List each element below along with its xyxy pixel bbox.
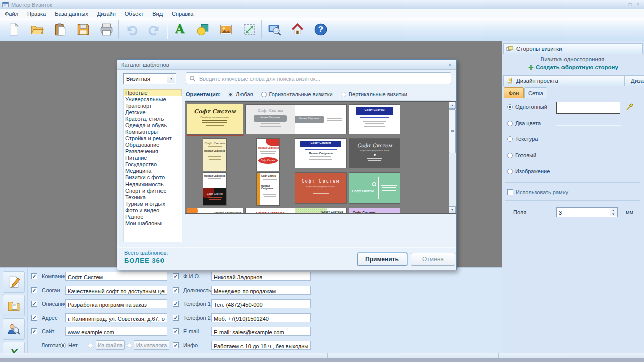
use-frame-checkbox[interactable]: Использовать рамку	[507, 189, 568, 195]
resize-button[interactable]	[237, 19, 261, 40]
checkbox-checked[interactable]: ✓	[173, 287, 179, 293]
spinner-up-icon[interactable]: ▲	[610, 208, 617, 212]
cancel-button[interactable]: Отмена	[411, 253, 455, 266]
maximize-button[interactable]: □	[626, 1, 634, 8]
template-card[interactable]: Софт Систем Михаил Сафронов	[246, 105, 295, 134]
template-card[interactable]: Софт Системс Николай Александров	[295, 208, 346, 214]
menu-edit[interactable]: Правка	[23, 11, 50, 17]
home-button[interactable]	[286, 19, 309, 40]
bg-option-two-colors[interactable]: Два цвета	[507, 120, 541, 126]
edit-card-button[interactable]	[3, 271, 25, 293]
category-item[interactable]: Компьютеры	[124, 129, 182, 135]
margins-spinner[interactable]: ▲ ▼	[556, 207, 618, 217]
open-button[interactable]	[25, 19, 48, 40]
logo-file-radio[interactable]	[88, 340, 96, 350]
checkbox-checked[interactable]: ✓	[173, 301, 179, 307]
scrollbar-thumb[interactable]	[449, 109, 456, 153]
print-button[interactable]	[95, 19, 118, 40]
checkbox-checked[interactable]: ✓	[31, 315, 37, 321]
insert-text-button[interactable]: A	[168, 19, 191, 40]
apply-button[interactable]: Применить	[357, 253, 407, 266]
checkbox-checked[interactable]: ✓	[31, 273, 37, 279]
checkbox-checked[interactable]: ✓	[173, 328, 179, 334]
template-card[interactable]: Софт Системс	[246, 208, 295, 214]
category-item[interactable]: Стройка и ремонт	[124, 135, 182, 142]
bg-option-solid[interactable]: Однотонный	[507, 104, 547, 110]
category-item[interactable]: Мои шаблоны	[124, 220, 182, 227]
website-input[interactable]	[65, 327, 167, 336]
logo-from-file-button[interactable]: Из файла	[96, 340, 125, 350]
category-item[interactable]: Развлечения	[124, 148, 182, 155]
menu-object[interactable]: Объект	[120, 11, 148, 17]
category-item[interactable]: Спорт и фитнес	[124, 188, 182, 194]
category-item[interactable]: Транспорт	[124, 103, 182, 109]
category-item[interactable]: Техника	[124, 194, 182, 201]
search-input[interactable]	[198, 74, 447, 84]
templates-folder-button[interactable]	[3, 295, 25, 316]
tab-background[interactable]: Фон	[504, 87, 524, 98]
description-input[interactable]	[65, 299, 167, 308]
template-card[interactable]: Софт Систем Михаил Сафронов	[295, 139, 346, 168]
menu-file[interactable]: Файл	[0, 11, 23, 17]
paste-button[interactable]	[48, 19, 71, 40]
new-document-button[interactable]	[2, 19, 25, 40]
spinner-down-icon[interactable]: ▼	[610, 212, 617, 216]
margins-input[interactable]	[558, 208, 608, 217]
checkbox-checked[interactable]: ✓	[31, 301, 37, 307]
category-item[interactable]: Фото и видео	[124, 207, 182, 214]
tab-grid[interactable]: Сетка	[524, 87, 547, 98]
create-back-side-link[interactable]: Создать оборотную сторону	[502, 64, 644, 70]
menu-database[interactable]: База данных	[50, 11, 93, 17]
template-card[interactable]: Софт Систем Разработка программ на заказ	[295, 173, 346, 203]
checkbox-checked[interactable]: ✓	[31, 287, 37, 293]
color-swatch[interactable]	[556, 102, 620, 114]
category-item[interactable]: Туризм и отдых	[124, 201, 182, 207]
undo-button[interactable]	[120, 19, 143, 40]
template-card[interactable]: Софт Систем	[349, 105, 400, 134]
template-type-dropdown[interactable]: Визитная ▼	[123, 73, 176, 84]
template-card[interactable]: Михаил Сафронов	[295, 105, 346, 134]
template-search[interactable]	[186, 72, 451, 84]
category-item[interactable]: Красота, стиль	[124, 116, 182, 122]
address-input[interactable]	[65, 313, 167, 322]
fullname-input[interactable]	[211, 272, 311, 281]
close-button[interactable]: ×	[634, 1, 642, 8]
category-item[interactable]: Детские	[124, 109, 182, 116]
contacts-search-button[interactable]	[3, 318, 25, 340]
category-item[interactable]: Медицина	[124, 168, 182, 174]
scroll-up-icon[interactable]: ▲	[449, 102, 456, 109]
eyedropper-icon[interactable]	[626, 103, 634, 111]
bg-option-image[interactable]: Изображение	[507, 168, 550, 174]
category-item[interactable]: Питание	[124, 155, 182, 161]
template-card[interactable]: Софт Систем Михаил Сафронов	[203, 139, 226, 171]
template-card[interactable]: Софт Систем	[349, 173, 400, 203]
preview-button[interactable]	[263, 19, 286, 40]
email-input[interactable]	[211, 327, 311, 336]
scroll-down-icon[interactable]: ▼	[449, 206, 456, 213]
insert-image-button[interactable]	[214, 19, 237, 40]
category-item[interactable]: Недвижимость	[124, 181, 182, 188]
checkbox-checked[interactable]: ✓	[173, 273, 179, 279]
template-card-selected[interactable]: Софт Систем Разработка программ на заказ	[187, 104, 243, 134]
category-item[interactable]: Государство	[124, 161, 182, 168]
orientation-vertical[interactable]: Вертикальные визитки	[341, 91, 407, 97]
template-card[interactable]: Софт Систем Михаил Сафронов	[257, 173, 279, 205]
redo-button[interactable]	[143, 19, 166, 40]
menu-design[interactable]: Дизайн	[93, 11, 120, 17]
checkbox-checked[interactable]: ✓	[31, 328, 37, 334]
category-item[interactable]: Простые	[124, 89, 182, 96]
orientation-horizontal[interactable]: Горизонтальные визитки	[261, 91, 333, 97]
template-card[interactable]: Михаил Сафронов Софт Систем	[203, 173, 226, 205]
logo-none-radio[interactable]: Нет	[60, 340, 78, 350]
slogan-input[interactable]	[65, 286, 167, 295]
bg-option-preset[interactable]: Готовый	[507, 152, 536, 158]
dialog-close-icon[interactable]: ×	[446, 61, 453, 68]
template-card[interactable]: Софт Системс	[349, 208, 400, 214]
position-input[interactable]	[211, 286, 311, 295]
company-input[interactable]	[65, 272, 167, 281]
template-card[interactable]: Софт Систем Разработка программ на заказ	[349, 139, 400, 168]
category-item[interactable]: Образование	[124, 142, 182, 148]
phone2-input[interactable]	[211, 313, 311, 322]
category-item[interactable]: Разное	[124, 214, 182, 220]
category-item[interactable]: Одежда и обувь	[124, 122, 182, 129]
